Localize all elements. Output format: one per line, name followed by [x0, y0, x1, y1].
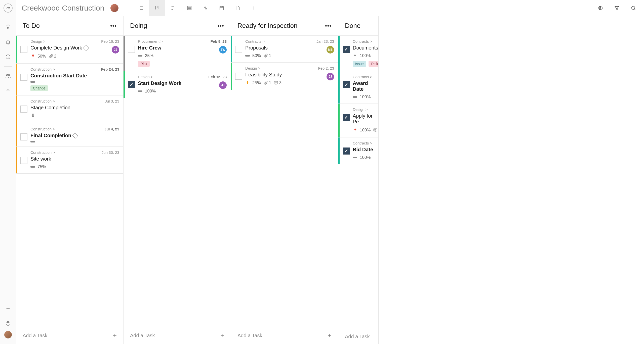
sheet-view-tab[interactable]: [181, 0, 197, 16]
task-card[interactable]: Contracts >Bid Date100%: [338, 137, 378, 164]
attachment-count: 1: [263, 81, 271, 85]
progress-percent: 100%: [360, 53, 371, 58]
dashboard-view-tab[interactable]: [197, 0, 214, 16]
assignee-avatar[interactable]: SW: [219, 46, 227, 54]
attachment-count: 1: [263, 54, 271, 58]
portfolio-icon[interactable]: [5, 88, 11, 94]
task-card[interactable]: Design >Apply for Pe100%: [338, 104, 378, 137]
card-color-bar: [338, 137, 340, 164]
assignee-avatar[interactable]: JJ: [327, 73, 334, 80]
assignee-avatar[interactable]: JJ: [112, 46, 119, 54]
priority-flame-icon: [30, 53, 35, 59]
task-checkbox[interactable]: [343, 46, 350, 53]
column-menu-icon[interactable]: •••: [110, 23, 117, 29]
notifications-icon[interactable]: [5, 39, 11, 45]
add-task-button[interactable]: Add a Task+: [124, 327, 231, 344]
task-card[interactable]: Construction >Final Completion Jul 4, 23: [16, 123, 123, 147]
filter-icon[interactable]: [612, 3, 622, 13]
task-checkbox[interactable]: [20, 133, 27, 140]
task-card[interactable]: Contracts >Documents100%IssueRisk: [338, 36, 378, 71]
add-plus-icon: +: [328, 332, 332, 339]
card-color-bar: [16, 64, 17, 95]
task-checkbox[interactable]: [343, 114, 350, 121]
add-view-tab[interactable]: [246, 0, 262, 16]
assignee-avatar[interactable]: MS: [327, 46, 334, 54]
task-breadcrumb[interactable]: Design >: [353, 107, 374, 112]
home-icon[interactable]: [5, 24, 11, 30]
svg-rect-3: [6, 90, 10, 93]
column-menu-icon[interactable]: •••: [325, 23, 332, 29]
task-title: Award Date: [353, 80, 374, 92]
svg-point-7: [599, 7, 601, 9]
task-checkbox[interactable]: [20, 74, 27, 81]
project-owner-avatar[interactable]: [110, 4, 118, 12]
files-view-tab[interactable]: [230, 0, 246, 16]
task-date: Feb 16, 23: [101, 39, 119, 43]
column-menu-icon[interactable]: •••: [218, 23, 224, 29]
add-task-button[interactable]: Add a Task: [338, 329, 378, 344]
task-breadcrumb[interactable]: Contracts >: [245, 39, 313, 43]
task-checkbox[interactable]: [343, 148, 350, 155]
task-checkbox[interactable]: [128, 46, 135, 53]
add-task-label: Add a Task: [130, 333, 155, 338]
tag-risk: Risk: [138, 61, 150, 67]
calendar-view-tab[interactable]: [214, 0, 230, 16]
task-breadcrumb[interactable]: Construction >: [30, 99, 99, 103]
task-checkbox[interactable]: [235, 46, 242, 53]
app-logo[interactable]: PM: [4, 4, 13, 13]
task-breadcrumb[interactable]: Design >: [30, 39, 98, 43]
task-card[interactable]: Construction >Stage CompletionJul 3, 23: [16, 95, 123, 123]
task-breadcrumb[interactable]: Construction >: [30, 150, 99, 155]
task-card[interactable]: Procurement >Hire Crew25%RiskFeb 9, 23SW: [124, 36, 231, 71]
column-title: To Do: [23, 22, 40, 30]
priority-bar-icon: [138, 55, 142, 57]
task-card[interactable]: Contracts >Award Date100%: [338, 71, 378, 104]
task-checkbox[interactable]: [20, 157, 27, 164]
priority-up-icon: [245, 80, 250, 86]
attachment-count: 2: [49, 54, 56, 59]
add-task-button[interactable]: Add a Task+: [16, 327, 123, 344]
task-date: Feb 24, 23: [101, 67, 119, 71]
task-breadcrumb[interactable]: Contracts >: [353, 39, 374, 43]
task-breadcrumb[interactable]: Procurement >: [138, 39, 206, 43]
task-checkbox[interactable]: [20, 46, 27, 53]
task-title: Documents: [353, 45, 374, 51]
user-avatar[interactable]: [4, 331, 12, 338]
add-task-button[interactable]: Add a Task+: [231, 327, 338, 344]
task-breadcrumb[interactable]: Design >: [138, 75, 205, 79]
help-icon[interactable]: [5, 320, 11, 326]
task-checkbox[interactable]: [20, 106, 27, 113]
recent-icon[interactable]: [5, 54, 11, 60]
task-card[interactable]: Construction >Construction Start DateCha…: [16, 64, 123, 95]
task-card[interactable]: Construction >Site work75%Jun 30, 23: [16, 147, 123, 174]
list-view-tab[interactable]: [133, 0, 149, 16]
task-checkbox[interactable]: [128, 81, 135, 88]
task-breadcrumb[interactable]: Contracts >: [353, 75, 374, 79]
task-breadcrumb[interactable]: Construction >: [30, 127, 99, 131]
task-card[interactable]: Contracts >Proposals50%1Jan 23, 23MS: [231, 36, 338, 63]
search-icon[interactable]: [628, 3, 638, 13]
board-view-tab[interactable]: [149, 0, 165, 16]
task-card[interactable]: Design >Start Design Work100%Feb 15, 23J…: [124, 71, 231, 98]
task-card[interactable]: Design >Feasibility Study25%13Feb 2, 23J…: [231, 63, 338, 90]
task-card[interactable]: Design >Complete Design Work 50%2Feb 16,…: [16, 36, 123, 64]
task-date: Feb 15, 23: [208, 75, 227, 79]
task-breadcrumb[interactable]: Design >: [245, 66, 313, 70]
priority-flame-icon: [353, 127, 357, 133]
visibility-icon[interactable]: [595, 3, 605, 13]
task-checkbox[interactable]: [235, 73, 242, 80]
priority-bar-icon: [30, 141, 35, 142]
assignee-avatar[interactable]: JJ: [219, 81, 227, 89]
add-icon[interactable]: [5, 305, 11, 311]
progress-percent: 100%: [360, 128, 371, 133]
task-title: Proposals: [245, 45, 313, 51]
gantt-view-tab[interactable]: [165, 0, 181, 16]
svg-point-1: [6, 75, 8, 76]
task-checkbox[interactable]: [343, 81, 350, 88]
team-icon[interactable]: [5, 73, 11, 79]
svg-point-2: [8, 75, 9, 76]
priority-down-icon: [30, 113, 35, 119]
task-breadcrumb[interactable]: Construction >: [30, 67, 98, 71]
task-breadcrumb[interactable]: Contracts >: [353, 141, 374, 145]
task-title: Site work: [30, 156, 99, 162]
